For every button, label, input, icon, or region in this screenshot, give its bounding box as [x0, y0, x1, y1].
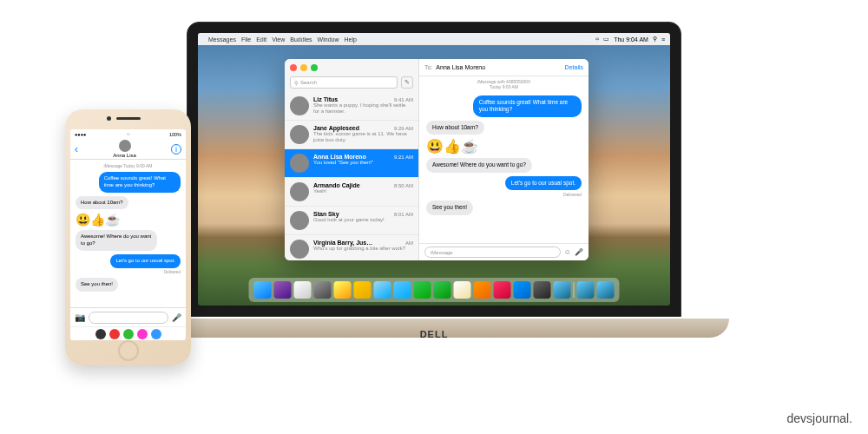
battery-label: 100%	[169, 132, 181, 137]
dock-messages-icon[interactable]	[474, 281, 491, 299]
dock-photos-icon[interactable]	[454, 281, 471, 299]
iphone-device: ●●●● ⌔ 100% ‹ Anna Lisa i iMessage Today…	[65, 109, 191, 365]
emoji-icon[interactable]: ☺	[564, 248, 571, 256]
dock-siri-icon[interactable]	[274, 281, 292, 299]
message-bubble-sent[interactable]: Coffee sounds great! What time are you t…	[99, 172, 181, 193]
dock-calendar-icon[interactable]	[374, 281, 391, 299]
conversation-name: Armando Cajide	[313, 182, 360, 188]
details-button[interactable]: Details	[565, 64, 583, 70]
conversation-item[interactable]: Stan Sky8:01 AMGood luck at your game to…	[285, 207, 418, 235]
avatar	[119, 140, 131, 152]
message-bubble-received[interactable]: How about 10am?	[426, 121, 484, 135]
chat-recipient: Anna Lisa Moreno	[436, 64, 485, 70]
phone-camera	[107, 116, 111, 121]
chat-subtitle: iMessage Today 9:00 AM	[76, 163, 181, 168]
menubar-edit[interactable]: Edit	[256, 36, 266, 43]
laptop-bezel: Messages File Edit View Buddies Window H…	[187, 22, 681, 317]
conversation-preview: Yeah!	[313, 188, 413, 194]
dock-downloads-icon[interactable]	[577, 281, 595, 299]
message-bubble-received[interactable]: Awesome! Where do you want to go?	[76, 230, 157, 251]
message-bubble-received[interactable]: See you then!	[76, 278, 118, 292]
conversation-item[interactable]: Jane Appleseed9:29 AMThe kids' soccer ga…	[285, 121, 418, 149]
dock-finder-icon[interactable]	[254, 281, 272, 299]
laptop-device: Messages File Edit View Buddies Window H…	[187, 22, 681, 343]
battery-icon[interactable]: ▭	[603, 36, 609, 43]
contact-header[interactable]: Anna Lisa	[78, 140, 171, 158]
dock-launchpad-icon[interactable]	[294, 281, 312, 299]
conversation-item[interactable]: Armando Cajide8:50 AMYeah!	[285, 178, 418, 207]
dock-appstore-icon[interactable]	[534, 281, 551, 299]
conversation-item-selected[interactable]: Anna Lisa Moreno9:21 AMYou loved "See yo…	[285, 149, 418, 178]
avatar	[290, 154, 309, 173]
delivered-status: Delivered	[563, 192, 582, 197]
delivered-status: Delivered	[164, 270, 181, 274]
camera-icon[interactable]: 📷	[75, 312, 85, 322]
microphone-icon[interactable]: 🎤	[172, 313, 181, 322]
menubar-file[interactable]: File	[241, 36, 251, 43]
notification-center-icon[interactable]: ≡	[661, 36, 665, 43]
conversation-preview: Who's up for grabbing a bite after work?	[313, 246, 413, 252]
message-bubble-sent[interactable]: Let's go to our usual spot.	[505, 176, 582, 190]
message-bubble-sent[interactable]: Let's go to our usual spot.	[110, 254, 181, 268]
dock-facetime-icon[interactable]	[494, 281, 511, 299]
menubar-view[interactable]: View	[272, 36, 285, 43]
avatar	[290, 240, 309, 259]
emoji-reactions[interactable]: 😃👍☕	[426, 138, 478, 155]
avatar	[290, 182, 309, 201]
emoji-reactions[interactable]: 😃👍☕	[76, 213, 120, 227]
macos-dock	[249, 278, 620, 302]
dock-reminders-icon[interactable]	[414, 281, 431, 299]
search-input[interactable]: ⚲Search	[290, 76, 398, 89]
home-button[interactable]	[118, 340, 139, 361]
menubar-buddies[interactable]: Buddies	[290, 36, 312, 43]
conversation-preview: The kids' soccer game is at 11. We have …	[313, 131, 413, 143]
dock-trash-icon[interactable]	[597, 281, 615, 299]
menubar-help[interactable]: Help	[345, 36, 357, 43]
message-input-row: 📷 🎤	[70, 307, 186, 326]
app-drawer-item[interactable]	[137, 329, 148, 339]
info-button[interactable]: i	[171, 144, 181, 155]
app-drawer-item[interactable]	[123, 329, 134, 339]
chat-panel: To: Anna Lisa Moreno Details iMessage wi…	[419, 59, 589, 260]
phone-speaker	[116, 117, 141, 120]
ios-status-bar: ●●●● ⌔ 100%	[70, 129, 186, 139]
zoom-button[interactable]	[311, 64, 318, 71]
chat-header: To: Anna Lisa Moreno Details	[419, 59, 589, 76]
conversations-sidebar: ⚲Search ✎ Liz Titus9:41 AMShe wants a pu…	[285, 59, 419, 260]
conversation-preview: You loved "See you then!"	[313, 160, 413, 166]
minimize-button[interactable]	[300, 64, 307, 71]
app-drawer-item[interactable]	[95, 329, 106, 339]
dock-preferences-icon[interactable]	[554, 281, 571, 299]
dock-maps-icon[interactable]	[434, 281, 451, 299]
dock-contacts-icon[interactable]	[354, 281, 372, 299]
message-bubble-received[interactable]: See you then!	[426, 201, 473, 214]
compose-button[interactable]: ✎	[401, 76, 413, 89]
conversation-name: Jane Appleseed	[313, 125, 359, 131]
dock-safari-icon[interactable]	[314, 281, 332, 299]
wifi-icon[interactable]: ⌔	[595, 36, 599, 43]
conversation-preview: She wants a puppy. I hoping she'll settl…	[313, 102, 413, 115]
dock-mail-icon[interactable]	[334, 281, 352, 299]
message-input[interactable]	[89, 312, 168, 324]
message-input[interactable]: iMessage	[424, 247, 561, 258]
macos-desktop: Messages File Edit View Buddies Window H…	[198, 33, 670, 306]
avatar	[290, 211, 309, 230]
message-bubble-sent[interactable]: Coffee sounds great! What time are you t…	[473, 95, 582, 117]
message-bubble-received[interactable]: Awesome! Where do you want to go?	[426, 158, 532, 172]
menubar-window[interactable]: Window	[318, 36, 339, 43]
conversation-item[interactable]: Liz Titus9:41 AMShe wants a puppy. I hop…	[285, 92, 418, 121]
dock-itunes-icon[interactable]	[514, 281, 531, 299]
menubar-app-name[interactable]: Messages	[208, 36, 236, 43]
conversation-item[interactable]: Virginia Barry, Jus…AMWho's up for grabb…	[285, 235, 418, 260]
dock-notes-icon[interactable]	[394, 281, 411, 299]
menubar-clock[interactable]: Thu 9:04 AM	[614, 36, 648, 43]
to-label: To:	[424, 64, 432, 70]
spotlight-icon[interactable]: ⚲	[653, 36, 657, 43]
conversation-time: AM	[405, 240, 413, 246]
close-button[interactable]	[290, 64, 297, 71]
conversation-time: 8:50 AM	[394, 183, 413, 188]
app-drawer-item[interactable]	[151, 329, 161, 339]
message-bubble-received[interactable]: How about 10am?	[76, 196, 128, 210]
app-drawer-item[interactable]	[109, 329, 120, 339]
microphone-icon[interactable]: 🎤	[575, 248, 583, 256]
